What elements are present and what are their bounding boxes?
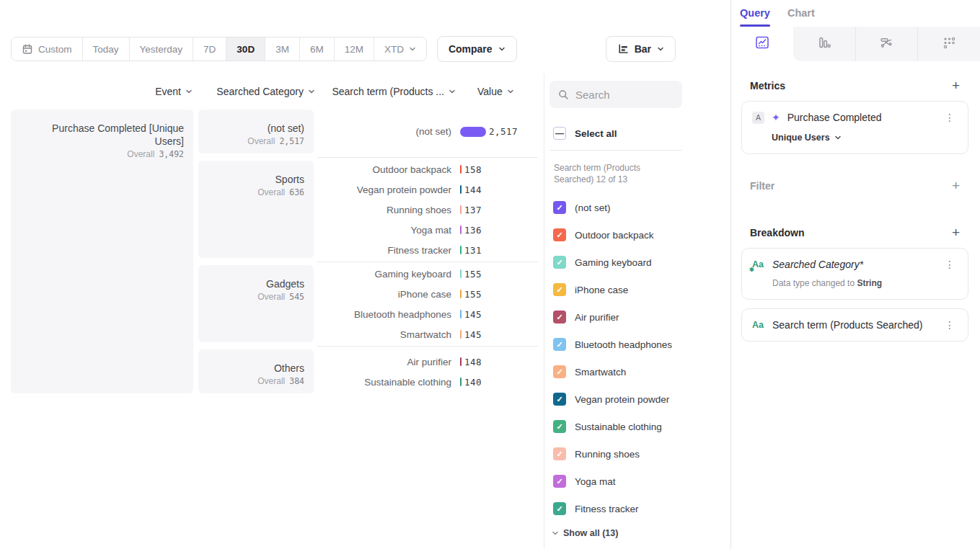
bar-chart-icon — [617, 43, 629, 55]
column-header-searched-category[interactable]: Searched Category — [198, 86, 322, 97]
column-header-value[interactable]: Value — [466, 86, 544, 97]
legend-item[interactable]: ✓Gaming keyboard — [549, 249, 730, 276]
legend-search[interactable] — [549, 81, 682, 108]
chevron-down-icon — [409, 45, 416, 53]
date-range-label: 3M — [275, 44, 289, 55]
legend-checkbox[interactable]: ✓ — [553, 338, 566, 351]
term-rows: Air purifier148Sustainable clothing140 — [317, 346, 538, 397]
date-range-7d[interactable]: 7D — [193, 37, 226, 61]
legend-item[interactable]: ✓Yoga mat — [549, 468, 730, 495]
value-bar[interactable] — [460, 127, 486, 137]
value-bar[interactable] — [460, 226, 462, 234]
value-label: 158 — [464, 164, 482, 175]
show-all-toggle[interactable]: Show all (13) — [549, 522, 730, 538]
legend-checkbox[interactable]: ✓ — [553, 420, 566, 433]
legend-item[interactable]: ✓Running shoes — [549, 440, 730, 468]
legend-item[interactable]: ✓iPhone case — [549, 276, 730, 303]
value-bar[interactable] — [460, 246, 462, 254]
legend-item[interactable]: ✓Smartwatch — [549, 358, 730, 385]
search-input[interactable] — [575, 89, 662, 101]
category-cell[interactable]: OthersOverall384 — [198, 349, 314, 393]
legend-checkbox[interactable]: ✓ — [553, 311, 566, 323]
category-cell[interactable]: SportsOverall636 — [198, 161, 314, 258]
kebab-menu-icon[interactable]: ⋮ — [942, 258, 958, 271]
breakdown-card[interactable]: Aa✱ Searched Category* ⋮ Data type chang… — [741, 248, 968, 300]
view-tab-insights[interactable] — [731, 27, 793, 61]
value-cell: 145 — [460, 329, 538, 340]
date-range-30d[interactable]: 30D — [226, 37, 265, 61]
date-range-3m[interactable]: 3M — [265, 37, 300, 61]
tab-chart[interactable]: Chart — [787, 7, 815, 27]
legend-panel: — Select all Search term (Products Searc… — [544, 73, 730, 549]
bar-columns-icon — [816, 35, 832, 53]
view-tab-flows[interactable] — [855, 27, 918, 61]
date-range-label: 12M — [345, 44, 363, 55]
add-filter-button[interactable]: + — [952, 179, 960, 192]
search-term-label: Bluetooth headphones — [317, 309, 460, 320]
chart-type-selector[interactable]: Bar — [606, 36, 676, 62]
event-cell[interactable]: Purchase Completed [Unique Users] Overal… — [11, 110, 193, 393]
value-bar[interactable] — [460, 269, 462, 278]
value-bar[interactable] — [460, 330, 462, 339]
value-cell: 140 — [460, 377, 538, 388]
legend-item-label: Vegan protein powder — [575, 394, 669, 405]
category-cell[interactable]: GadgetsOverall545 — [198, 265, 314, 342]
legend-checkbox[interactable]: ✓ — [553, 201, 566, 214]
value-bar[interactable] — [460, 357, 462, 366]
value-cell: 155 — [460, 269, 538, 280]
value-bar[interactable] — [460, 165, 462, 174]
legend-item[interactable]: ✓Air purifier — [549, 303, 730, 331]
metric-card[interactable]: A ✦ Purchase Completed ⋮ Unique Users — [741, 101, 968, 154]
value-bar[interactable] — [460, 185, 462, 194]
category-title: Others — [208, 362, 304, 375]
legend-item[interactable]: ✓(not set) — [549, 194, 730, 221]
legend-item[interactable]: ✓Outdoor backpack — [549, 221, 730, 249]
date-range-today[interactable]: Today — [83, 37, 130, 61]
measurement-label: Unique Users — [772, 133, 830, 143]
legend-item[interactable]: ✓Vegan protein powder — [549, 385, 730, 413]
legend-checkbox[interactable]: ✓ — [553, 228, 566, 241]
date-range-6m[interactable]: 6M — [300, 37, 335, 61]
date-range-label: Today — [93, 44, 119, 55]
category-cell[interactable]: (not set)Overall2,517 — [198, 110, 314, 153]
kebab-menu-icon[interactable]: ⋮ — [942, 318, 958, 331]
search-term-label: (not set) — [317, 126, 460, 137]
date-range-custom[interactable]: Custom — [12, 37, 83, 61]
legend-checkbox[interactable]: ✓ — [553, 393, 566, 406]
value-label: 144 — [464, 184, 482, 195]
value-bar[interactable] — [460, 205, 462, 214]
add-breakdown-button[interactable]: + — [952, 226, 960, 239]
add-metric-button[interactable]: + — [952, 79, 960, 92]
value-label: 145 — [464, 329, 482, 340]
legend-checkbox[interactable]: ✓ — [553, 283, 566, 296]
value-bar[interactable] — [460, 378, 462, 386]
value-bar[interactable] — [460, 290, 462, 298]
column-header-search-term[interactable]: Search term (Products ... — [322, 86, 466, 97]
view-tab-retention[interactable] — [917, 27, 980, 61]
legend-checkbox[interactable]: ✓ — [553, 502, 566, 515]
select-all-checkbox[interactable]: — — [553, 127, 566, 140]
measurement-selector[interactable]: Unique Users — [772, 133, 958, 143]
date-range-yesterday[interactable]: Yesterday — [130, 37, 194, 61]
date-range-12m[interactable]: 12M — [335, 37, 374, 61]
legend-checkbox[interactable]: ✓ — [553, 447, 566, 460]
tab-query[interactable]: Query — [740, 7, 770, 27]
legend-checkbox[interactable]: ✓ — [553, 365, 566, 378]
legend-item[interactable]: ✓Bluetooth headphones — [549, 331, 730, 358]
date-range-xtd[interactable]: XTD — [374, 37, 426, 61]
value-bar[interactable] — [460, 310, 462, 318]
search-term-label: Running shoes — [317, 205, 460, 215]
breakdown-card[interactable]: Aa Search term (Products Searched) ⋮ — [741, 308, 968, 342]
legend-item[interactable]: ✓Sustainable clothing — [549, 413, 730, 440]
overall-value: 2,517 — [279, 136, 304, 146]
column-header-event[interactable]: Event — [11, 86, 198, 97]
select-all-row[interactable]: — Select all — [549, 121, 730, 150]
compare-button[interactable]: Compare — [437, 36, 517, 62]
modified-star-icon: ✱ — [749, 267, 754, 273]
legend-checkbox[interactable]: ✓ — [553, 256, 566, 269]
header-label: Searched Category — [216, 86, 304, 97]
legend-checkbox[interactable]: ✓ — [553, 475, 566, 488]
legend-item[interactable]: ✓Fitness tracker — [549, 495, 730, 522]
view-tab-funnels[interactable] — [793, 27, 855, 61]
kebab-menu-icon[interactable]: ⋮ — [942, 111, 958, 124]
